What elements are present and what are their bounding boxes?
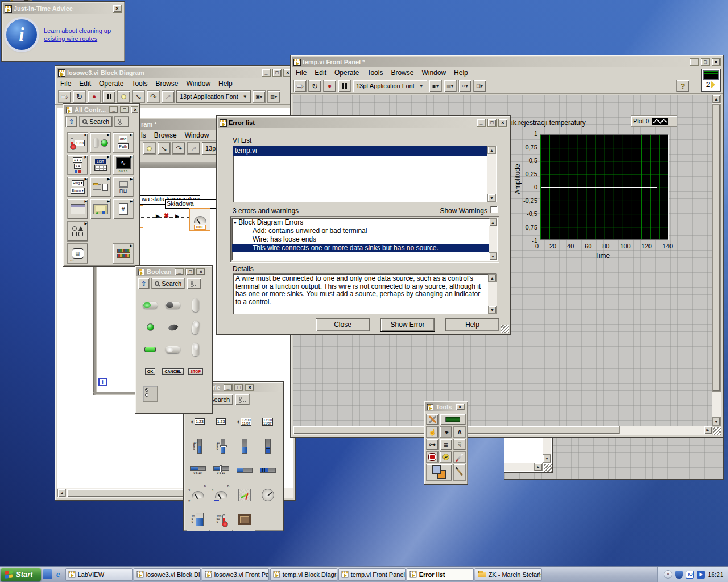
palette-item-vertical-rocker[interactable] (185, 317, 206, 338)
palette-item-select-control[interactable]: ▶ (113, 243, 134, 264)
vertical-scrollbar[interactable]: ▲ ▼ (712, 95, 721, 426)
horizontal-scrollbar[interactable]: ► (504, 463, 543, 471)
step-into-button[interactable]: ↘ (158, 142, 171, 155)
scroll-right-icon[interactable]: ► (534, 463, 543, 471)
pause-button[interactable] (102, 90, 115, 103)
probe-tool[interactable]: P (440, 451, 452, 463)
menu-file[interactable]: File (56, 79, 75, 88)
palette-item-ring-enum[interactable]: ▶ Ring ▾ Enum ▾ (67, 177, 88, 197)
color-copy-tool[interactable] (453, 451, 466, 463)
menu-edit[interactable]: Edit (75, 79, 95, 88)
internet-explorer-icon[interactable]: e (53, 569, 63, 579)
palette-item-timestamp-control[interactable]: ▲▼12:00 11/07 (233, 410, 255, 433)
palette-item-numeric[interactable]: ▶ 1.23 (67, 132, 88, 153)
menu-tools-fragment[interactable]: ls (141, 131, 150, 140)
menu-operate[interactable]: Operate (95, 79, 127, 88)
palette-item-framed-color-box[interactable] (233, 508, 255, 531)
up-level-button[interactable]: ⇧ (65, 116, 77, 127)
taskbar-button-labview[interactable]: LabVIEW (65, 568, 133, 581)
tray-chevron-icon[interactable]: « (664, 570, 672, 579)
align-objects-button[interactable]: ▣▾ (253, 90, 266, 103)
resize-grip[interactable] (501, 325, 509, 333)
palette-item-vertical-graduated-bar[interactable] (257, 434, 279, 458)
vi-icon-pane[interactable]: 2 (701, 69, 721, 92)
tempfp-titlebar[interactable]: temp.vi Front Panel * _ □ × (292, 57, 722, 67)
highlight-execution-button[interactable] (143, 142, 156, 155)
palette-item-horizontal-progress-bar[interactable] (233, 459, 255, 482)
run-continuously-button[interactable]: ↻ (308, 80, 321, 92)
palette-item-slide-switch[interactable] (139, 294, 161, 315)
taskbar-button-temp-bd[interactable]: temp.vi Block Diagram * (270, 568, 337, 581)
scroll-down-icon[interactable]: ▼ (543, 454, 551, 463)
menu-window[interactable]: Window (417, 68, 450, 77)
show-warnings-checkbox[interactable] (490, 206, 498, 213)
abort-button[interactable]: ● (323, 80, 336, 92)
connect-wire-tool[interactable]: ⊶ (426, 439, 439, 450)
scroll-down-icon[interactable]: ▼ (712, 417, 721, 426)
details-scrollbar[interactable]: ▲ ▼ (488, 274, 497, 314)
run-continuously-button[interactable]: ↻ (73, 90, 86, 103)
palette-titlebar[interactable]: Boolean _ □ × (136, 267, 211, 276)
close-button[interactable]: × (712, 58, 721, 66)
error-list-titlebar[interactable]: Error list _ □ × (218, 118, 508, 128)
error-row[interactable]: Wire: has loose ends (232, 235, 497, 244)
scrollbar-thumb[interactable] (712, 104, 721, 392)
scroll-right-icon[interactable]: ► (704, 426, 712, 434)
palette-item-slide[interactable] (162, 339, 184, 360)
palette-item-array[interactable]: ▶ 1 1 2 3 4 (67, 155, 88, 175)
scroll-up-icon[interactable]: ▲ (712, 95, 721, 103)
close-button[interactable]: × (131, 106, 138, 113)
minimize-button[interactable]: _ (175, 268, 184, 275)
palette-item-vertical-toggle[interactable] (185, 294, 206, 315)
palette-item-meter[interactable] (233, 483, 255, 506)
step-out-button[interactable]: ↗ (187, 142, 200, 155)
help-button[interactable]: Help (445, 318, 499, 331)
menu-browse[interactable]: Browse (150, 131, 181, 140)
edit-text-tool[interactable]: A (453, 426, 466, 438)
iteration-terminal[interactable]: i (98, 378, 107, 386)
resize-grip[interactable] (544, 464, 552, 472)
plot-legend[interactable]: Plot 0 (631, 115, 677, 127)
palette-item-horizontal-graduated-bar[interactable] (257, 459, 279, 482)
scroll-up-icon[interactable]: ▲ (488, 274, 497, 282)
position-tool-selected[interactable]: ► (440, 426, 452, 438)
palette-item-gauge[interactable] (257, 483, 279, 506)
palette-item-timestamp-indicator[interactable]: 12:00 11/07 (257, 410, 279, 433)
reorder-button[interactable]: ❏▾ (473, 80, 486, 92)
palette-item-dial[interactable]: 6 4 (210, 483, 232, 506)
vi-list-scrollbar[interactable]: ▲ ▼ (487, 146, 496, 202)
highlight-execution-button[interactable] (117, 90, 130, 103)
pause-button[interactable] (338, 80, 351, 92)
step-over-button[interactable]: ↷ (147, 90, 160, 103)
maximize-button[interactable]: □ (120, 106, 129, 113)
taskbar-button-losowe3-fp[interactable]: losowe3.vi Front Panel (202, 568, 269, 581)
resize-objects-button[interactable]: ⇿▾ (458, 80, 471, 92)
pin-options-button[interactable] (235, 394, 250, 405)
scroll-up-icon[interactable]: ▲ (489, 218, 497, 226)
run-button[interactable]: ⇨ (293, 80, 307, 92)
search-button[interactable]: Search (151, 278, 185, 289)
font-selector[interactable]: 13pt Application Font▼ (176, 90, 251, 103)
errors-listbox[interactable]: ● Block Diagram Errors Add: contains unw… (231, 218, 498, 261)
start-button[interactable]: Start (1, 568, 41, 581)
palette-titlebar[interactable]: Tools × (425, 402, 466, 411)
palette-item-radio-buttons[interactable] (139, 383, 161, 404)
menu-tools[interactable]: Tools (127, 79, 151, 88)
knob-terminal[interactable]: DBL (189, 208, 210, 231)
close-button[interactable]: × (498, 119, 507, 127)
tray-play-icon[interactable]: ▶ (697, 571, 705, 579)
distribute-objects-button[interactable]: ▥▾ (444, 80, 457, 92)
pin-options-button[interactable] (114, 116, 129, 127)
palette-item-horizontal-fill-slide[interactable]: 0 5 10 (187, 459, 209, 482)
palette-item-refnum[interactable]: ▶ # (113, 199, 134, 219)
step-over-button[interactable]: ↷ (172, 142, 185, 155)
up-level-button[interactable]: ⇧ (138, 278, 150, 289)
scroll-window-tool[interactable]: ☟ (453, 439, 466, 450)
scroll-down-icon[interactable]: ▼ (489, 252, 497, 260)
paint-tool[interactable] (453, 464, 466, 481)
palette-item-vertical-fill-slide[interactable]: 10 5 0 (187, 434, 209, 458)
vertical-scrollbar[interactable]: ▼ (543, 438, 551, 463)
palette-item-user-controls[interactable]: ▤ … (67, 243, 88, 264)
advice-titlebar[interactable]: Just-In-Time Advice × (3, 3, 123, 14)
palette-titlebar[interactable]: All Contr... _ □ × (64, 105, 138, 114)
